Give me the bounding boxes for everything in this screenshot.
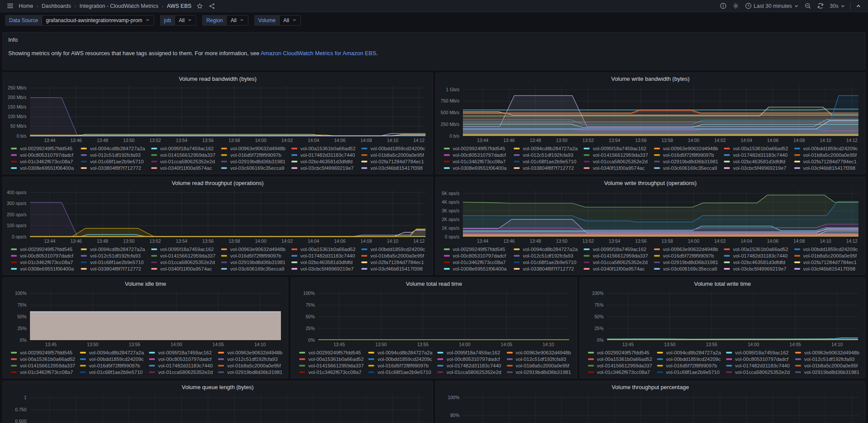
- legend-item[interactable]: vol-02bc463581d3dfdfd: [291, 159, 357, 164]
- legend-item[interactable]: vol-0095f18a7459ac162: [584, 247, 649, 252]
- legend-item[interactable]: vol-0094cd8b284727a2a: [81, 146, 146, 151]
- legend-item[interactable]: vol-01b8a5c2000a0e95f: [795, 363, 860, 368]
- panel-title[interactable]: Volume total write time: [580, 278, 865, 288]
- legend-item[interactable]: vol-03c606169c35ecca9: [221, 165, 287, 171]
- legend-item[interactable]: vol-012c51df192fcfa93: [81, 152, 146, 158]
- legend-item[interactable]: vol-0095f18a7459ac162: [151, 146, 217, 151]
- legend-item[interactable]: vol-02919bd8d36b31981: [795, 370, 860, 375]
- legend-item[interactable]: vol-03cbc5f49969219e7: [291, 266, 357, 271]
- legend-item[interactable]: vol-0095f18a7459ac162: [726, 350, 791, 355]
- legend-item[interactable]: vol-03cbc5f49969219e7: [291, 165, 357, 171]
- legend-item[interactable]: vol-014156612959da337: [584, 253, 649, 258]
- legend-item[interactable]: vol-01cca580625352e2d: [149, 370, 214, 375]
- legend-item[interactable]: vol-03cf46b815417f398: [361, 266, 427, 271]
- chart-canvas[interactable]: 13:4413:4613:4813:5013:5213:5413:5613:58…: [436, 83, 865, 145]
- legend-item[interactable]: vol-012c51df192fcfa93: [514, 152, 579, 158]
- variable-value-dropdown[interactable]: All: [226, 15, 248, 26]
- panel-title[interactable]: Volume total read time: [291, 278, 576, 288]
- refresh-interval-picker[interactable]: 30s: [829, 2, 846, 10]
- panel-title[interactable]: Volume read throughput (operations): [3, 177, 432, 187]
- legend-item[interactable]: vol-0095f18a7459ac162: [584, 146, 649, 151]
- legend-item[interactable]: vol-017482d31183c7440: [291, 152, 357, 158]
- legend-item[interactable]: vol-02919bd8d36b31981: [654, 260, 719, 265]
- legend-item[interactable]: vol-01b8a5c2000a0e95f: [361, 253, 427, 258]
- legend-item[interactable]: vol-012c51df192fcfa93: [218, 357, 283, 362]
- legend-item[interactable]: vol-01c68f1ae2b9e5710: [514, 159, 579, 164]
- legend-item[interactable]: vol-033804f8f7f712772: [81, 266, 146, 271]
- legend-item[interactable]: vol-0094cd8b284727a2a: [368, 350, 433, 355]
- variable-value-dropdown[interactable]: All: [175, 15, 196, 26]
- cloudwatch-docs-link[interactable]: Amazon CloudWatch Metrics for Amazon EBS: [261, 50, 376, 56]
- legend-item[interactable]: vol-01cca580625352e2d: [437, 370, 502, 375]
- legend-item[interactable]: vol-00a15361b0a66ad52: [724, 146, 789, 151]
- legend-item[interactable]: vol-00c805310797dadcf: [444, 253, 509, 258]
- legend-item[interactable]: vol-02bc463581d3dfdfd: [291, 260, 357, 265]
- legend-item[interactable]: vol-0340f11f00a9574ac: [584, 165, 649, 171]
- legend-item[interactable]: vol-0340f11f00a9574ac: [584, 266, 649, 271]
- panel-info-button[interactable]: [719, 2, 727, 10]
- legend-item[interactable]: vol-01b8a5c2000a0e95f: [361, 152, 427, 158]
- legend-item[interactable]: vol-00c805310797dadcf: [437, 357, 502, 362]
- variable-value-dropdown[interactable]: grafanacloud-awsintegrationrevamp-prom: [42, 15, 154, 26]
- legend-item[interactable]: vol-017482d31183c7440: [291, 253, 357, 258]
- legend-item[interactable]: vol-00963e90632d4948b: [218, 350, 283, 355]
- legend-item[interactable]: vol-016d5f72f8f99097b: [80, 363, 145, 368]
- legend-item[interactable]: vol-01c3462f673cc08a7: [444, 260, 509, 265]
- legend-item[interactable]: vol-0094cd8b284727a2a: [657, 350, 722, 355]
- panel-title[interactable]: Volume queue length (bytes): [3, 381, 432, 391]
- legend-item[interactable]: vol-01c68f1ae2b9e5710: [80, 370, 145, 375]
- legend-item[interactable]: vol-033804f8f7f712772: [514, 266, 579, 271]
- legend-item[interactable]: vol-01c68f1ae2b9e5710: [81, 260, 146, 265]
- legend-item[interactable]: vol-00963e90632d4948b: [795, 350, 860, 355]
- legend-item[interactable]: vol-00a15361b0a66ad52: [11, 357, 76, 362]
- legend-item[interactable]: vol-02fa71284d7784ec1: [794, 260, 860, 265]
- legend-item[interactable]: vol-0308e69551f06400a: [11, 165, 76, 171]
- legend-item[interactable]: vol-00c805310797dadcf: [149, 357, 214, 362]
- legend-item[interactable]: vol-00963e90632d4948b: [654, 247, 719, 252]
- variable-label[interactable]: Volume: [254, 15, 279, 26]
- legend-item[interactable]: vol-00963e90632d4948b: [654, 146, 719, 151]
- legend-item[interactable]: vol-014156612959da337: [299, 363, 364, 368]
- panel-title[interactable]: Volume throughput percentage: [436, 381, 865, 391]
- legend-item[interactable]: vol-03c606169c35ecca9: [654, 266, 719, 271]
- legend-item[interactable]: vol-00c805310797dadcf: [11, 253, 76, 258]
- legend-item[interactable]: vol-017482d31183c7440: [724, 152, 789, 158]
- time-range-picker[interactable]: Last 30 minutes: [744, 2, 799, 10]
- legend-item[interactable]: vol-014156612959da337: [588, 363, 653, 368]
- hamburger-menu-button[interactable]: [6, 2, 14, 10]
- legend-item[interactable]: vol-01c3462f673cc08a7: [299, 370, 364, 375]
- legend-item[interactable]: vol-00a15361b0a66ad52: [299, 357, 364, 362]
- legend-item[interactable]: vol-014156612959da337: [11, 363, 76, 368]
- dashboard-settings-button[interactable]: [732, 2, 740, 10]
- legend-item[interactable]: vol-016d5f72f8f99097b: [368, 363, 433, 368]
- legend-item[interactable]: vol-01b8a5c2000a0e95f: [794, 152, 860, 158]
- legend-item[interactable]: vol-012c51df192fcfa93: [81, 253, 146, 258]
- legend-item[interactable]: vol-00bdd1859cd24209c: [361, 146, 427, 151]
- collapse-toolbar-button[interactable]: [855, 3, 862, 10]
- legend-item[interactable]: vol-01b8a5c2000a0e95f: [507, 363, 571, 368]
- legend-item[interactable]: vol-00299249f57fdd545: [588, 350, 653, 355]
- legend-item[interactable]: vol-02bc463581d3dfdfd: [724, 260, 789, 265]
- legend-item[interactable]: vol-00a15361b0a66ad52: [588, 357, 653, 362]
- legend-item[interactable]: vol-033804f8f7f712772: [81, 165, 146, 171]
- legend-item[interactable]: vol-00963e90632d4948b: [221, 146, 287, 151]
- legend-item[interactable]: vol-02919bd8d36b31981: [654, 159, 719, 164]
- legend-item[interactable]: vol-01c68f1ae2b9e5710: [657, 370, 722, 375]
- legend-item[interactable]: vol-00299249f57fdd545: [11, 146, 76, 151]
- breadcrumb-item-integration-cloudwatch-metrics[interactable]: Integration - CloudWatch Metrics: [79, 3, 158, 9]
- legend-item[interactable]: vol-033804f8f7f712772: [514, 165, 579, 171]
- legend-item[interactable]: vol-02fa71284d7784ec1: [361, 260, 427, 265]
- legend-item[interactable]: vol-012c51df192fcfa93: [795, 357, 860, 362]
- chart-canvas[interactable]: 13:4413:4613:4813:5013:5213:5413:5613:58…: [3, 187, 432, 245]
- legend-item[interactable]: vol-00c805310797dadcf: [11, 152, 76, 158]
- legend-item[interactable]: vol-00a15361b0a66ad52: [724, 247, 789, 252]
- legend-item[interactable]: vol-0095f18a7459ac162: [149, 350, 214, 355]
- legend-item[interactable]: vol-0094cd8b284727a2a: [514, 146, 579, 151]
- legend-item[interactable]: vol-01c3462f673cc08a7: [11, 370, 76, 375]
- legend-item[interactable]: vol-0094cd8b284727a2a: [81, 247, 146, 252]
- legend-item[interactable]: vol-00299249f57fdd545: [11, 350, 76, 355]
- legend-item[interactable]: vol-0308e69551f06400a: [444, 165, 509, 171]
- chart-canvas[interactable]: 13:4413:4613:4813:5013:5213:5413:5613:58…: [436, 187, 865, 245]
- legend-item[interactable]: vol-012c51df192fcfa93: [507, 357, 571, 362]
- legend-item[interactable]: vol-03cf46b815417f398: [361, 165, 427, 171]
